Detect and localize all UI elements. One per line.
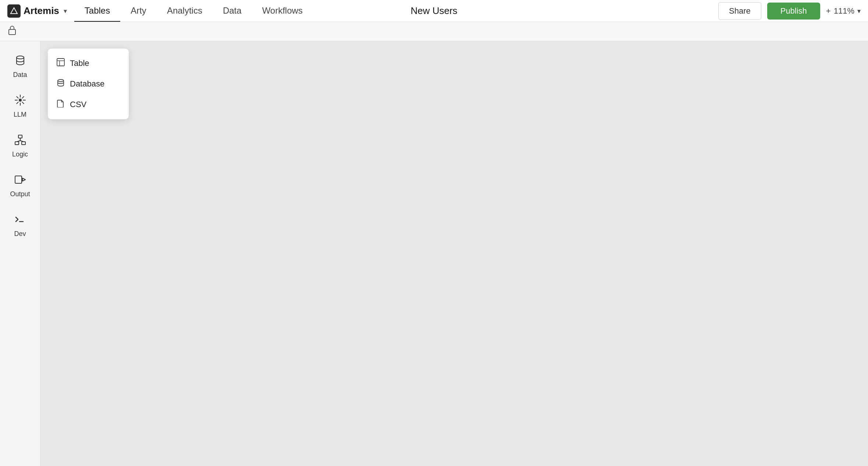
database-icon — [57, 79, 65, 89]
panel-logic-label: Logic — [12, 151, 28, 158]
topbar: Artemis ▾ Tables Arty Analytics Data Wor… — [0, 0, 868, 22]
dev-icon — [14, 213, 26, 228]
publish-button[interactable]: Publish — [767, 3, 820, 20]
output-icon — [14, 174, 26, 188]
svg-rect-20 — [57, 59, 64, 66]
zoom-level: 111% — [834, 6, 854, 16]
dropdown-item-table[interactable]: Table — [48, 53, 129, 74]
panel-item-dev[interactable]: Dev — [4, 208, 37, 244]
svg-line-8 — [17, 96, 18, 98]
nav-tabs: Tables Arty Analytics Data Workflows — [74, 0, 313, 22]
database-label: Database — [70, 79, 104, 89]
tab-tables[interactable]: Tables — [74, 0, 120, 22]
panel-item-logic[interactable]: Logic — [4, 128, 37, 164]
panel-item-llm[interactable]: LLM — [4, 88, 37, 124]
dropdown-item-database[interactable]: Database — [48, 74, 129, 94]
tab-workflows[interactable]: Workflows — [252, 0, 313, 22]
dropdown-item-csv[interactable]: CSV — [48, 94, 129, 115]
svg-rect-14 — [22, 142, 25, 145]
svg-marker-0 — [11, 8, 17, 14]
svg-rect-1 — [9, 29, 15, 35]
svg-line-11 — [17, 102, 18, 103]
svg-point-2 — [17, 56, 24, 59]
table-label: Table — [70, 59, 89, 68]
panel-output-label: Output — [10, 190, 30, 198]
main-content: Data LLM — [0, 41, 868, 466]
svg-rect-13 — [15, 142, 19, 145]
table-icon — [57, 58, 65, 68]
secondary-bar — [0, 22, 868, 41]
panel-dev-label: Dev — [14, 230, 26, 238]
tab-data[interactable]: Data — [213, 0, 252, 22]
logic-icon — [14, 134, 26, 148]
tab-analytics[interactable]: Analytics — [157, 0, 213, 22]
panel-llm-label: LLM — [14, 111, 26, 119]
panel-data-label: Data — [13, 71, 27, 79]
zoom-controls: + 111% ▾ — [826, 6, 861, 16]
panel-item-output[interactable]: Output — [4, 168, 37, 204]
canvas-area: Table Database — [40, 41, 868, 466]
svg-line-9 — [22, 102, 24, 103]
data-dropdown: Table Database — [48, 49, 129, 119]
svg-rect-12 — [18, 135, 22, 138]
csv-label: CSV — [70, 100, 86, 109]
svg-line-17 — [20, 141, 24, 142]
panel-item-data[interactable]: Data — [4, 49, 37, 85]
left-panel: Data LLM — [0, 41, 40, 466]
share-button[interactable]: Share — [718, 2, 761, 20]
topbar-right: Share Publish + 111% ▾ — [718, 2, 861, 20]
svg-point-3 — [19, 99, 22, 102]
app-logo[interactable]: Artemis ▾ — [7, 4, 67, 18]
app-name: Artemis — [24, 5, 59, 17]
csv-icon — [57, 99, 65, 110]
data-icon — [14, 54, 26, 69]
llm-icon — [14, 94, 26, 109]
svg-rect-18 — [15, 176, 22, 183]
app-dropdown-icon[interactable]: ▾ — [64, 7, 67, 15]
svg-point-23 — [58, 80, 64, 82]
zoom-dropdown-icon[interactable]: ▾ — [857, 7, 861, 15]
zoom-in-button[interactable]: + — [826, 6, 831, 16]
svg-line-16 — [17, 141, 20, 142]
page-title: New Users — [410, 5, 457, 17]
lock-icon — [7, 25, 17, 38]
tab-arty[interactable]: Arty — [120, 0, 157, 22]
app-logo-icon — [7, 4, 21, 18]
svg-line-10 — [22, 96, 24, 98]
